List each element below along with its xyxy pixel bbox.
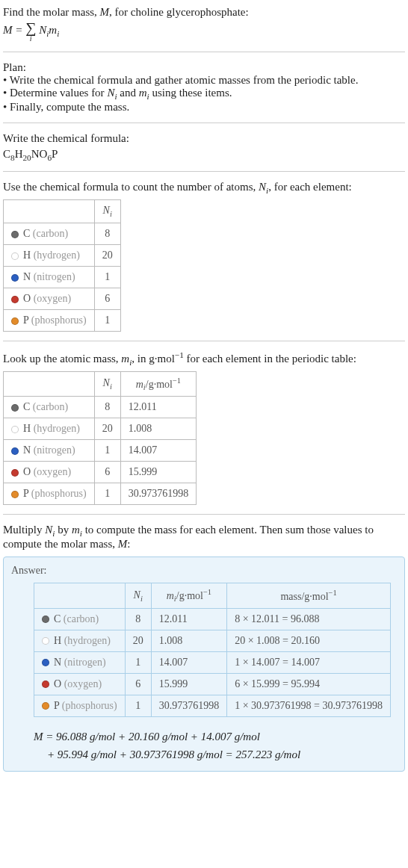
ni-h-i: i <box>110 210 112 218</box>
ni-cell: 1 <box>94 309 120 331</box>
table-row: N (nitrogen)1 <box>4 266 121 288</box>
element-dot-icon <box>42 702 49 710</box>
h-n: N <box>103 377 110 388</box>
mi-header: mi/g·mol−1 <box>151 583 227 608</box>
plan-item-2: • Determine values for Ni and mi using t… <box>3 87 405 101</box>
el-name: (oxygen) <box>31 293 71 304</box>
count-intro: Use the chemical formula to count the nu… <box>3 181 405 195</box>
answer-box: Answer: Ni mi/g·mol−1 mass/g·mol−1 C (ca… <box>3 557 405 771</box>
final-line-1: M = 96.088 g/mol + 20.160 g/mol + 14.007… <box>34 728 397 745</box>
count-b: , for each element: <box>268 181 352 193</box>
cf-O: O <box>40 148 48 160</box>
table-header-row: Ni mi/g·mol−1 mass/g·mol−1 <box>34 583 391 608</box>
divider <box>3 171 405 172</box>
h-unit: /g·mol <box>146 378 173 389</box>
final-equation: M = 96.088 g/mol + 20.160 g/mol + 14.007… <box>34 728 397 763</box>
empty-header <box>4 371 95 396</box>
intro-text-2: , for choline glycerophosphate: <box>109 6 249 18</box>
el-name: (hydrogen) <box>31 249 80 261</box>
el-sym: N <box>23 444 31 456</box>
answer-label: Answer: <box>11 565 397 577</box>
el-name: (nitrogen) <box>31 444 75 456</box>
ni-header: Ni <box>125 583 151 608</box>
ni-cell: 20 <box>94 244 120 266</box>
mi-cell: 14.007 <box>151 651 227 673</box>
el-name: (carbon) <box>30 401 68 412</box>
table-row: C (carbon)812.011 <box>4 397 197 418</box>
lookup-mi: m <box>121 353 129 365</box>
plan2-mid: and <box>117 87 139 99</box>
table-row: H (hydrogen)201.00820 × 1.008 = 20.160 <box>34 630 391 651</box>
main-equation: M = ∑i Nimi <box>3 20 405 43</box>
element-dot-icon <box>11 317 19 325</box>
el-cell: N (nitrogen) <box>4 266 95 288</box>
mi-cell: 1.008 <box>151 630 227 651</box>
lookup-table: Ni mi/g·mol−1 C (carbon)812.011 H (hydro… <box>3 371 197 505</box>
element-dot-icon <box>42 681 49 688</box>
element-dot-icon <box>11 404 19 412</box>
element-dot-icon <box>11 426 19 433</box>
plan2-a: • Determine values for <box>3 87 107 99</box>
cf-C: C <box>3 148 10 160</box>
el-name: (nitrogen) <box>31 271 75 282</box>
ni-cell: 6 <box>94 288 120 309</box>
el-name: (oxygen) <box>61 678 102 689</box>
el-sym: C <box>23 228 30 239</box>
el-sym: O <box>54 678 61 689</box>
mult-mi: m <box>72 524 80 536</box>
eq-lhs: M = <box>3 24 25 36</box>
table-row: O (oxygen)615.999 <box>4 462 197 483</box>
final-line-2: + 95.994 g/mol + 30.973761998 g/mol = 25… <box>47 745 397 763</box>
h-exp: −1 <box>173 376 181 385</box>
table-row: O (oxygen)615.9996 × 15.999 = 95.994 <box>34 673 391 695</box>
empty-header <box>4 200 95 223</box>
chem-formula-title: Write the chemical formula: <box>3 132 405 145</box>
count-table: Ni C (carbon)8 H (hydrogen)20 N (nitroge… <box>3 199 121 332</box>
table-row: N (nitrogen)114.007 <box>4 440 197 462</box>
multiply-section: Multiply Ni by mi to compute the mass fo… <box>3 521 405 554</box>
h-unit: /g·mol <box>176 590 203 601</box>
h-mexp: −1 <box>329 589 337 597</box>
table-header-row: Ni <box>4 200 121 223</box>
lookup-a: Look up the atomic mass, <box>3 353 121 365</box>
table-row: P (phosphorus)1 <box>4 309 121 331</box>
el-sym: H <box>23 423 31 434</box>
table-row: C (carbon)812.0118 × 12.011 = 96.088 <box>34 608 391 630</box>
mi-cell: 30.973761998 <box>151 695 227 716</box>
intro-var-M: M <box>100 6 110 18</box>
el-sym: O <box>23 466 31 477</box>
h-m: m <box>136 378 143 389</box>
divider <box>3 514 405 515</box>
ni-cell: 8 <box>94 397 120 418</box>
intro-text-1: Find the molar mass, <box>3 6 100 18</box>
ni-cell: 6 <box>94 462 120 483</box>
count-Ni: N <box>259 181 266 193</box>
el-name: (hydrogen) <box>61 635 111 646</box>
element-dot-icon <box>42 659 49 666</box>
el-sym: H <box>23 249 31 261</box>
sum-symbol: ∑i <box>25 20 36 43</box>
ni-cell: 1 <box>94 483 120 505</box>
h-i: i <box>140 594 143 602</box>
empty-header <box>34 583 126 608</box>
mi-cell: 12.011 <box>120 397 197 418</box>
ni-cell: 1 <box>125 651 151 673</box>
el-cell: O (oxygen) <box>4 288 95 309</box>
el-sym: H <box>54 635 61 646</box>
mi-cell: 30.973761998 <box>120 483 197 505</box>
el-cell: H (hydrogen) <box>4 244 95 266</box>
el-cell: N (nitrogen) <box>34 651 126 673</box>
mi-cell: 12.011 <box>151 608 227 630</box>
chemical-formula-section: Write the chemical formula: C8H20NO6P <box>3 129 405 165</box>
h-n: N <box>134 589 140 601</box>
element-dot-icon <box>11 231 19 238</box>
ni-cell: 20 <box>94 418 120 440</box>
mult-b: by <box>55 524 72 536</box>
cf-P: P <box>52 148 58 160</box>
divider <box>3 52 405 52</box>
element-dot-icon <box>11 447 19 455</box>
mult-a: Multiply <box>3 524 45 536</box>
el-name: (phosphorus) <box>59 700 117 711</box>
el-cell: H (hydrogen) <box>4 418 95 440</box>
ni-cell: 1 <box>125 695 151 716</box>
